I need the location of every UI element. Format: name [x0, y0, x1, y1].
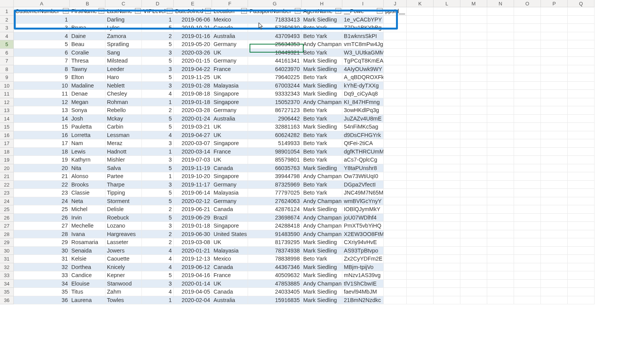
empty-cell[interactable] — [487, 263, 514, 272]
cell-agent-name[interactable]: Beto Yark — [302, 181, 342, 189]
cell-customer-number[interactable]: 17 — [14, 139, 70, 148]
cell-location[interactable]: Malayasia — [212, 247, 248, 255]
cell-vip-level[interactable]: 3 — [142, 222, 174, 230]
cell-last-name[interactable]: Knicely — [105, 263, 142, 272]
empty-cell[interactable] — [541, 73, 568, 82]
empty-cell[interactable] — [434, 255, 460, 263]
cell-date-joined[interactable]: 2019-03-08 — [174, 238, 212, 247]
empty-cell[interactable] — [514, 82, 541, 90]
empty-cell[interactable] — [487, 189, 514, 197]
cell-first-name[interactable]: Candice — [70, 271, 105, 280]
cell-customer-number[interactable]: 12 — [14, 98, 70, 107]
empty-cell[interactable] — [434, 205, 460, 214]
empty-cell[interactable] — [407, 222, 434, 230]
cell-vip-level[interactable]: 2 — [142, 32, 174, 41]
cell-date-joined[interactable]: 2019-03-21 — [174, 123, 212, 131]
empty-cell[interactable] — [514, 115, 541, 123]
cell-vip-level[interactable]: 3 — [142, 156, 174, 164]
cell-customer-number[interactable]: 25 — [14, 205, 70, 214]
column-header[interactable]: M — [460, 0, 487, 7]
empty-cell[interactable] — [487, 40, 514, 49]
cell-vip-level[interactable]: 1 — [142, 16, 174, 24]
cell-agent-name[interactable]: Mark Siedling — [302, 90, 342, 98]
cell-power-id[interactable]: A_qBDQROXFk — [342, 73, 384, 82]
empty-cell[interactable] — [407, 57, 434, 65]
empty-cell[interactable] — [460, 82, 487, 90]
cell-customer-number[interactable]: 27 — [14, 222, 70, 230]
cell-date-joined[interactable]: 2020-03-14 — [174, 148, 212, 156]
empty-cell[interactable] — [460, 123, 487, 131]
cell-first-name[interactable]: Sonya — [70, 106, 105, 115]
empty-cell[interactable] — [460, 90, 487, 98]
cell-last-name[interactable]: Stanwood — [105, 280, 142, 288]
cell-first-name[interactable]: Beau — [70, 40, 105, 49]
column-header[interactable]: G — [248, 0, 302, 7]
cell-power-id[interactable]: CXriy94vHvE — [342, 238, 384, 247]
cell-date-joined[interactable]: 2019-10-20 — [174, 172, 212, 181]
empty-cell[interactable] — [487, 49, 514, 57]
cell-first-name[interactable]: Alonso — [70, 172, 105, 181]
cell-agent-name[interactable]: Andy Champan — [302, 230, 342, 239]
empty-cell[interactable] — [434, 123, 460, 131]
row-header[interactable]: 29 — [0, 238, 14, 247]
empty-cell[interactable] — [541, 164, 568, 173]
cell-agent-name[interactable]: Beto Yark — [302, 24, 342, 32]
empty-cell[interactable] — [434, 49, 460, 57]
cell-vip-level[interactable]: 5 — [142, 271, 174, 280]
empty-cell[interactable] — [487, 73, 514, 82]
cell-first-name[interactable]: Lewis — [70, 148, 105, 156]
empty-cell[interactable] — [434, 156, 460, 164]
empty-cell[interactable] — [487, 24, 514, 32]
cell-passport-number[interactable]: 10449321 — [248, 49, 302, 57]
cell-power-id[interactable]: kYhE-dyTXXg — [342, 82, 384, 90]
empty-cell[interactable] — [460, 230, 487, 239]
cell-last-name[interactable]: Mishler — [105, 156, 142, 164]
empty-cell[interactable] — [384, 205, 407, 214]
empty-cell[interactable] — [487, 230, 514, 239]
cell-date-joined[interactable]: 2019-04-22 — [174, 65, 212, 74]
cell-power-id[interactable]: X2EW3OO8FtM — [342, 230, 384, 239]
cell-passport-number[interactable]: 78374938 — [248, 247, 302, 255]
row-header[interactable]: 21 — [0, 172, 14, 181]
empty-cell[interactable] — [434, 271, 460, 280]
column-header[interactable]: E — [174, 0, 212, 7]
empty-cell[interactable] — [541, 90, 568, 98]
empty-cell[interactable] — [434, 24, 460, 32]
cell-location[interactable]: Germany — [212, 106, 248, 115]
empty-cell[interactable] — [568, 288, 595, 296]
cell-vip-level[interactable]: 3 — [142, 181, 174, 189]
cell-date-joined[interactable]: 2020-02-12 — [174, 197, 212, 206]
empty-cell[interactable] — [460, 7, 487, 16]
cell-customer-number[interactable]: 28 — [14, 230, 70, 239]
empty-cell[interactable] — [568, 32, 595, 41]
empty-cell[interactable] — [460, 156, 487, 164]
row-header[interactable]: 20 — [0, 164, 14, 173]
cell-agent-name[interactable]: Mark Siedling — [302, 271, 342, 280]
empty-cell[interactable] — [434, 115, 460, 123]
row-header[interactable]: 33 — [0, 271, 14, 280]
cell-last-name[interactable]: Zahm — [105, 288, 142, 296]
cell-vip-level[interactable]: 5 — [142, 164, 174, 173]
empty-cell[interactable] — [514, 73, 541, 82]
cell-last-name[interactable]: Delisle — [105, 205, 142, 214]
cell-vip-level[interactable]: 4 — [142, 131, 174, 140]
cell-agent-name[interactable]: Mark Siedling — [302, 238, 342, 247]
empty-cell[interactable] — [407, 82, 434, 90]
empty-cell[interactable] — [460, 49, 487, 57]
cell-passport-number[interactable]: 2906442 — [248, 115, 302, 123]
empty-cell[interactable] — [541, 40, 568, 49]
empty-cell[interactable] — [487, 156, 514, 164]
empty-cell[interactable] — [568, 65, 595, 74]
row-header[interactable]: 2 — [0, 16, 14, 24]
column-header[interactable]: L — [434, 0, 460, 7]
row-header[interactable]: 24 — [0, 197, 14, 206]
empty-cell[interactable] — [541, 32, 568, 41]
filter-dropdown-icon[interactable] — [63, 8, 69, 14]
row-header[interactable]: 4 — [0, 32, 14, 41]
empty-cell[interactable] — [541, 214, 568, 222]
cell-customer-number[interactable]: 26 — [14, 214, 70, 222]
cell-passport-number[interactable]: 15052370 — [248, 98, 302, 107]
empty-cell[interactable] — [407, 189, 434, 197]
cell-last-name[interactable]: Haro — [105, 73, 142, 82]
empty-cell[interactable] — [384, 65, 407, 74]
